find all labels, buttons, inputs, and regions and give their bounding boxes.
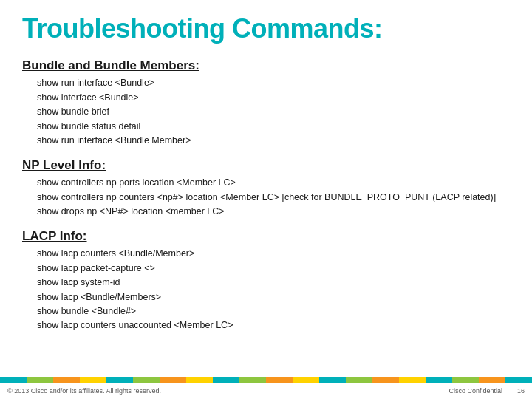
- bundle-commands: show run interface <Bundle> show interfa…: [22, 76, 510, 148]
- stripe-6: [133, 377, 160, 383]
- lacp-cmd-4: show lacp <Bundle/Members>: [37, 290, 510, 304]
- lacp-cmd-2: show lacp packet-capture <>: [37, 262, 510, 276]
- footer-copyright: © 2013 Cisco and/or its affiliates. All …: [0, 383, 441, 399]
- stripe-16: [399, 377, 426, 383]
- lacp-cmd-3: show lacp system-id: [37, 276, 510, 290]
- footer-confidential: Cisco Confidential: [441, 383, 510, 399]
- np-cmd-3: show drops np <NP#> location <member LC>: [37, 205, 510, 219]
- lacp-cmd-1: show lacp counters <Bundle/Member>: [37, 247, 510, 261]
- stripe-13: [319, 377, 346, 383]
- content-area: Bundle and Bundle Members: show run inte…: [0, 58, 532, 332]
- lacp-section-title: LACP Info:: [22, 229, 510, 244]
- stripe-8: [186, 377, 213, 383]
- slide-title: Troubleshooting Commands:: [22, 13, 510, 44]
- color-stripe: [0, 377, 532, 383]
- np-commands: show controllers np ports location <Memb…: [22, 176, 510, 219]
- stripe-2: [27, 377, 53, 383]
- lacp-cmd-6: show lacp counters unaccounted <Member L…: [37, 318, 510, 332]
- np-section: NP Level Info: show controllers np ports…: [22, 158, 510, 219]
- slide: Troubleshooting Commands: Bundle and Bun…: [0, 0, 532, 399]
- stripe-7: [160, 377, 186, 383]
- bundle-cmd-5: show run interface <Bundle Member>: [37, 134, 510, 148]
- stripe-1: [0, 377, 27, 383]
- footer: © 2013 Cisco and/or its affiliates. All …: [0, 383, 532, 399]
- title-bar: Troubleshooting Commands:: [0, 0, 532, 51]
- footer-page-number: 16: [510, 383, 532, 399]
- stripe-9: [213, 377, 239, 383]
- stripe-14: [346, 377, 372, 383]
- stripe-15: [372, 377, 399, 383]
- stripe-12: [293, 377, 319, 383]
- lacp-commands: show lacp counters <Bundle/Member> show …: [22, 247, 510, 332]
- stripe-5: [106, 377, 133, 383]
- bundle-cmd-3: show bundle brief: [37, 105, 510, 119]
- stripe-11: [266, 377, 293, 383]
- np-cmd-1: show controllers np ports location <Memb…: [37, 176, 510, 190]
- bundle-section-title: Bundle and Bundle Members:: [22, 58, 510, 73]
- stripe-19: [479, 377, 505, 383]
- np-cmd-2: show controllers np counters <np#> locat…: [37, 191, 510, 205]
- stripe-3: [53, 377, 80, 383]
- stripe-17: [426, 377, 452, 383]
- stripe-18: [452, 377, 479, 383]
- stripe-10: [239, 377, 266, 383]
- lacp-cmd-5: show bundle <Bundle#>: [37, 304, 510, 318]
- np-section-title: NP Level Info:: [22, 158, 510, 173]
- stripe-20: [505, 377, 532, 383]
- lacp-section: LACP Info: show lacp counters <Bundle/Me…: [22, 229, 510, 332]
- bundle-cmd-1: show run interface <Bundle>: [37, 76, 510, 90]
- bundle-section: Bundle and Bundle Members: show run inte…: [22, 58, 510, 148]
- stripe-4: [80, 377, 106, 383]
- bundle-cmd-2: show interface <Bundle>: [37, 91, 510, 105]
- bundle-cmd-4: show bundle status detail: [37, 120, 510, 134]
